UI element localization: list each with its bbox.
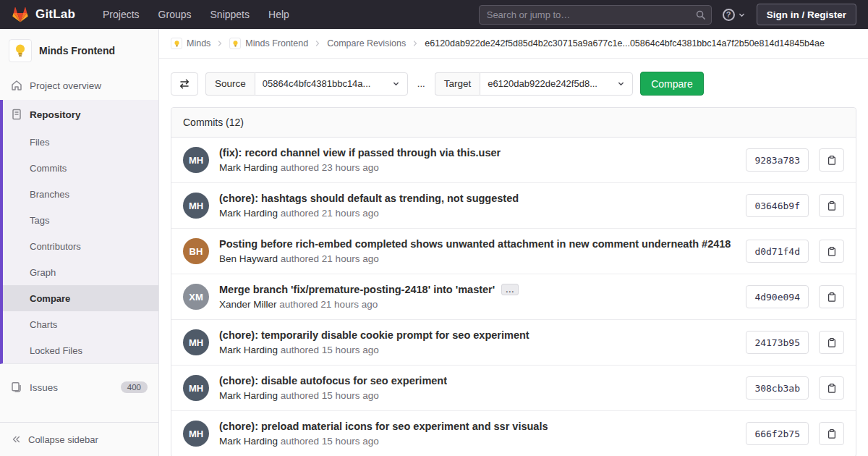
copy-commit-sha-button[interactable] <box>819 422 844 445</box>
lightbulb-icon <box>231 40 239 48</box>
project-name: Minds Frontend <box>39 45 115 56</box>
commit-authored-time: authored 15 hours ago <box>281 436 379 447</box>
clipboard-icon <box>827 246 837 257</box>
commit-author-link[interactable]: Xander Miller <box>219 299 277 310</box>
sidebar-item-compare[interactable]: Compare <box>3 285 158 311</box>
sidebar-item-charts[interactable]: Charts <box>3 311 158 337</box>
project-header[interactable]: Minds Frontend <box>0 29 158 71</box>
group-avatar <box>171 38 182 49</box>
commit-author-avatar[interactable]: BH <box>183 238 209 264</box>
sign-in-button[interactable]: Sign in / Register <box>757 4 856 25</box>
commits-count-header: Commits (12) <box>171 108 856 138</box>
chevron-down-icon <box>738 11 746 19</box>
sidebar-item-contributors[interactable]: Contributors <box>3 233 158 259</box>
commit-authored-time: authored 21 hours ago <box>279 299 378 310</box>
sidebar-item-commits[interactable]: Commits <box>3 155 158 181</box>
commit-title-link[interactable]: (chore): hashtags should default as tren… <box>219 193 519 204</box>
commit-title-link[interactable]: (chore): disable autofocus for seo exper… <box>219 375 447 387</box>
sidebar-item-issues[interactable]: Issues 400 <box>0 373 158 402</box>
breadcrumb-group[interactable]: Minds <box>171 38 210 49</box>
sidebar-item-locked-files[interactable]: Locked Files <box>3 337 158 363</box>
commit-author-link[interactable]: Mark Harding <box>219 208 278 219</box>
commit-row: MH (chore): disable autofocus for seo ex… <box>171 366 856 411</box>
collapse-sidebar-label: Collapse sidebar <box>28 434 98 445</box>
double-chevron-left-icon <box>11 434 21 444</box>
breadcrumb-project[interactable]: Minds Frontend <box>229 38 308 49</box>
compare-button[interactable]: Compare <box>640 72 704 96</box>
navbar-item-projects[interactable]: Projects <box>103 9 140 20</box>
commit-title-link[interactable]: Posting before rich-embed completed show… <box>219 238 731 250</box>
source-ref-dropdown[interactable]: 05864c4bfc4381bbc14a... <box>255 72 408 96</box>
navbar-item-snippets[interactable]: Snippets <box>210 9 250 20</box>
sidebar-item-repository[interactable]: Repository <box>3 100 158 129</box>
commit-sha[interactable]: 666f2b75 <box>746 422 809 445</box>
commit-author-link[interactable]: Mark Harding <box>219 436 278 447</box>
global-search <box>479 5 712 25</box>
navbar-item-help[interactable]: Help <box>268 9 289 20</box>
commit-description-toggle[interactable]: ... <box>501 284 519 295</box>
breadcrumb-project-label: Minds Frontend <box>245 38 308 48</box>
repository-label: Repository <box>30 109 81 120</box>
commit-meta: Ben Hayward authored 21 hours ago <box>219 253 736 264</box>
commit-title-link[interactable]: Merge branch 'fix/premature-posting-2418… <box>219 284 495 295</box>
copy-commit-sha-button[interactable] <box>819 194 844 217</box>
gitlab-brand-text: GitLab <box>35 7 75 22</box>
repository-icon <box>11 109 22 120</box>
swap-revisions-button[interactable] <box>171 72 198 96</box>
sidebar-item-project-overview[interactable]: Project overview <box>0 71 158 100</box>
commit-row: XM Merge branch 'fix/premature-posting-2… <box>171 274 856 320</box>
commit-author-avatar[interactable]: MH <box>183 421 209 447</box>
question-icon: ? <box>723 9 735 21</box>
commit-author-avatar[interactable]: MH <box>183 147 209 173</box>
sidebar-item-graph[interactable]: Graph <box>3 259 158 285</box>
breadcrumb-page[interactable]: Compare Revisions <box>327 38 406 48</box>
copy-commit-sha-button[interactable] <box>819 240 844 263</box>
chevron-down-icon <box>617 80 625 88</box>
commit-author-link[interactable]: Mark Harding <box>219 345 278 355</box>
commit-authored-time: authored 21 hours ago <box>281 253 379 264</box>
navbar-menu: Projects Groups Snippets Help <box>103 9 289 20</box>
sidebar-section-repository: Repository Files Commits Branches Tags C… <box>0 100 158 364</box>
sidebar-item-files[interactable]: Files <box>3 129 158 155</box>
clipboard-icon <box>827 383 837 394</box>
commit-sha[interactable]: 03646b9f <box>746 194 809 217</box>
gitlab-tanuki-icon <box>12 7 29 23</box>
target-input-group: Target e6120dab922de242f5d8... <box>435 72 634 96</box>
navbar-item-groups[interactable]: Groups <box>158 9 192 20</box>
commit-author-avatar[interactable]: MH <box>183 375 209 401</box>
search-input[interactable] <box>479 5 712 25</box>
commit-title-link[interactable]: (chore): preload material icons for seo … <box>219 421 548 432</box>
commit-title-link[interactable]: (chore): temporarily disable cookie prom… <box>219 329 529 341</box>
gitlab-home-link[interactable]: GitLab <box>12 7 75 23</box>
commit-author-link[interactable]: Ben Hayward <box>219 253 278 264</box>
copy-commit-sha-button[interactable] <box>819 376 844 400</box>
commit-author-avatar[interactable]: MH <box>183 193 209 219</box>
chevron-down-icon <box>392 80 400 88</box>
commit-list: MH (fix): record channel view if passed … <box>171 138 856 456</box>
copy-commit-sha-button[interactable] <box>819 285 844 308</box>
lightbulb-icon <box>173 40 181 48</box>
clipboard-icon <box>827 428 837 439</box>
commit-sha[interactable]: 4d90e094 <box>746 285 809 308</box>
commit-author-link[interactable]: Mark Harding <box>219 162 278 173</box>
copy-commit-sha-button[interactable] <box>819 148 844 172</box>
commit-author-avatar[interactable]: MH <box>183 329 209 355</box>
commit-sha[interactable]: 9283a783 <box>746 148 809 172</box>
commit-sha[interactable]: 308cb3ab <box>746 376 809 400</box>
home-icon <box>11 80 22 91</box>
commit-row: MH (fix): record channel view if passed … <box>171 138 856 183</box>
sidebar-item-branches[interactable]: Branches <box>3 181 158 207</box>
copy-commit-sha-button[interactable] <box>819 331 844 354</box>
help-dropdown[interactable]: ? <box>723 9 746 21</box>
repository-subitems: Files Commits Branches Tags Contributors… <box>3 129 158 363</box>
commit-sha[interactable]: d0d71f4d <box>746 240 809 263</box>
commit-title-link[interactable]: (fix): record channel view if passed thr… <box>219 147 501 159</box>
commit-row: BH Posting before rich-embed completed s… <box>171 229 856 274</box>
collapse-sidebar-button[interactable]: Collapse sidebar <box>0 423 158 456</box>
target-ref-dropdown[interactable]: e6120dab922de242f5d8... <box>480 72 633 96</box>
commit-author-link[interactable]: Mark Harding <box>219 390 278 401</box>
commit-sha[interactable]: 24173b95 <box>746 331 809 354</box>
sidebar-item-tags[interactable]: Tags <box>3 207 158 233</box>
commit-author-avatar[interactable]: XM <box>183 284 209 310</box>
commit-meta: Mark Harding authored 15 hours ago <box>219 436 736 447</box>
